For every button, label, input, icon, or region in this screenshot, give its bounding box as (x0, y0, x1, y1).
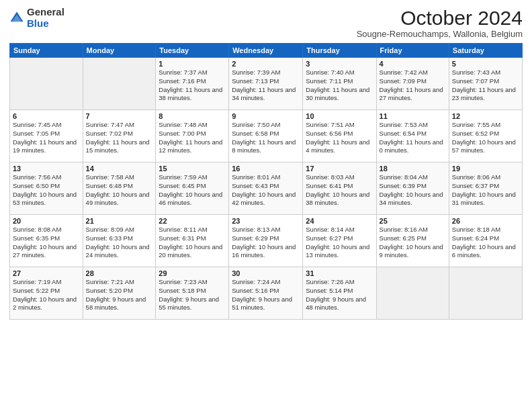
calendar-cell: 14Sunrise: 7:58 AMSunset: 6:48 PMDayligh… (83, 163, 156, 215)
calendar-cell: 6Sunrise: 7:45 AMSunset: 7:05 PMDaylight… (10, 110, 83, 163)
day-info: Sunrise: 7:48 AMSunset: 7:00 PMDaylight:… (159, 121, 226, 155)
day-number: 1 (159, 60, 226, 68)
day-info: Sunrise: 7:40 AMSunset: 7:11 PMDaylight:… (306, 68, 373, 103)
day-number: 25 (380, 217, 446, 225)
calendar-cell: 28Sunrise: 7:21 AMSunset: 5:20 PMDayligh… (83, 267, 156, 320)
day-info: Sunrise: 8:04 AMSunset: 6:39 PMDaylight:… (380, 173, 446, 208)
calendar-cell: 22Sunrise: 8:11 AMSunset: 6:31 PMDayligh… (156, 215, 229, 267)
day-number: 30 (232, 269, 300, 277)
calendar-cell: 18Sunrise: 8:04 AMSunset: 6:39 PMDayligh… (376, 163, 449, 215)
calendar-cell: 24Sunrise: 8:14 AMSunset: 6:27 PMDayligh… (303, 215, 376, 267)
day-info: Sunrise: 8:09 AMSunset: 6:33 PMDaylight:… (86, 226, 153, 260)
calendar-cell: 1Sunrise: 7:37 AMSunset: 7:16 PMDaylight… (156, 58, 229, 110)
location-subtitle: Sougne-Remouchamps, Wallonia, Belgium (357, 29, 523, 39)
day-info: Sunrise: 7:47 AMSunset: 7:02 PMDaylight:… (86, 121, 153, 155)
day-info: Sunrise: 7:19 AMSunset: 5:22 PMDaylight:… (13, 278, 80, 312)
day-info: Sunrise: 8:08 AMSunset: 6:35 PMDaylight:… (13, 226, 80, 260)
logo-icon (9, 11, 24, 26)
day-info: Sunrise: 7:53 AMSunset: 6:54 PMDaylight:… (380, 121, 446, 155)
day-info: Sunrise: 8:01 AMSunset: 6:43 PMDaylight:… (232, 173, 300, 208)
day-number: 2 (232, 60, 300, 68)
day-number: 4 (380, 60, 446, 68)
day-info: Sunrise: 7:45 AMSunset: 7:05 PMDaylight:… (13, 121, 80, 155)
calendar-cell (10, 58, 83, 110)
calendar-cell (83, 58, 156, 110)
day-number: 18 (380, 165, 446, 173)
calendar-cell: 8Sunrise: 7:48 AMSunset: 7:00 PMDaylight… (156, 110, 229, 163)
calendar-cell: 2Sunrise: 7:39 AMSunset: 7:13 PMDaylight… (229, 58, 303, 110)
day-number: 15 (159, 165, 226, 173)
calendar-cell: 11Sunrise: 7:53 AMSunset: 6:54 PMDayligh… (376, 110, 449, 163)
day-info: Sunrise: 7:37 AMSunset: 7:16 PMDaylight:… (159, 68, 226, 103)
day-number: 28 (86, 269, 153, 277)
title-block: October 2024 Sougne-Remouchamps, Walloni… (357, 7, 523, 39)
day-info: Sunrise: 7:26 AMSunset: 5:14 PMDaylight:… (306, 278, 373, 312)
day-number: 22 (159, 217, 226, 225)
calendar-header-row: SundayMondayTuesdayWednesdayThursdayFrid… (10, 44, 523, 58)
calendar-cell: 25Sunrise: 8:16 AMSunset: 6:25 PMDayligh… (376, 215, 449, 267)
calendar-cell: 26Sunrise: 8:18 AMSunset: 6:24 PMDayligh… (449, 215, 522, 267)
logo: General Blue (9, 7, 64, 29)
day-number: 5 (452, 60, 519, 68)
calendar-cell: 20Sunrise: 8:08 AMSunset: 6:35 PMDayligh… (10, 215, 83, 267)
weekday-header-friday: Friday (376, 44, 449, 58)
day-number: 12 (452, 112, 519, 120)
day-number: 8 (159, 112, 226, 120)
calendar-cell: 4Sunrise: 7:42 AMSunset: 7:09 PMDaylight… (376, 58, 449, 110)
weekday-header-sunday: Sunday (10, 44, 83, 58)
calendar-cell: 19Sunrise: 8:06 AMSunset: 6:37 PMDayligh… (449, 163, 522, 215)
calendar-cell: 10Sunrise: 7:51 AMSunset: 6:56 PMDayligh… (303, 110, 376, 163)
day-number: 19 (452, 165, 519, 173)
day-number: 13 (13, 165, 80, 173)
day-info: Sunrise: 7:51 AMSunset: 6:56 PMDaylight:… (306, 121, 373, 155)
day-number: 9 (232, 112, 300, 120)
day-number: 29 (159, 269, 226, 277)
calendar-cell: 9Sunrise: 7:50 AMSunset: 6:58 PMDaylight… (229, 110, 303, 163)
day-number: 7 (86, 112, 153, 120)
day-number: 21 (86, 217, 153, 225)
day-info: Sunrise: 7:59 AMSunset: 6:45 PMDaylight:… (159, 173, 226, 208)
day-info: Sunrise: 7:43 AMSunset: 7:07 PMDaylight:… (452, 68, 519, 103)
day-info: Sunrise: 8:18 AMSunset: 6:24 PMDaylight:… (452, 226, 519, 260)
calendar-cell: 7Sunrise: 7:47 AMSunset: 7:02 PMDaylight… (83, 110, 156, 163)
day-info: Sunrise: 7:21 AMSunset: 5:20 PMDaylight:… (86, 278, 153, 312)
calendar-cell: 3Sunrise: 7:40 AMSunset: 7:11 PMDaylight… (303, 58, 376, 110)
day-number: 16 (232, 165, 300, 173)
day-info: Sunrise: 7:39 AMSunset: 7:13 PMDaylight:… (232, 68, 300, 103)
calendar-week-row: 27Sunrise: 7:19 AMSunset: 5:22 PMDayligh… (10, 267, 523, 320)
day-number: 23 (232, 217, 300, 225)
calendar-cell: 16Sunrise: 8:01 AMSunset: 6:43 PMDayligh… (229, 163, 303, 215)
day-info: Sunrise: 7:55 AMSunset: 6:52 PMDaylight:… (452, 121, 519, 155)
calendar-cell: 15Sunrise: 7:59 AMSunset: 6:45 PMDayligh… (156, 163, 229, 215)
day-info: Sunrise: 7:23 AMSunset: 5:18 PMDaylight:… (159, 278, 226, 312)
weekday-header-wednesday: Wednesday (229, 44, 303, 58)
calendar-cell: 13Sunrise: 7:56 AMSunset: 6:50 PMDayligh… (10, 163, 83, 215)
calendar-cell: 30Sunrise: 7:24 AMSunset: 5:16 PMDayligh… (229, 267, 303, 320)
day-number: 31 (306, 269, 373, 277)
weekday-header-saturday: Saturday (449, 44, 522, 58)
day-number: 24 (306, 217, 373, 225)
day-info: Sunrise: 7:56 AMSunset: 6:50 PMDaylight:… (13, 173, 80, 208)
calendar-cell: 27Sunrise: 7:19 AMSunset: 5:22 PMDayligh… (10, 267, 83, 320)
calendar-week-row: 6Sunrise: 7:45 AMSunset: 7:05 PMDaylight… (10, 110, 523, 163)
day-info: Sunrise: 8:11 AMSunset: 6:31 PMDaylight:… (159, 226, 226, 260)
day-number: 11 (380, 112, 446, 120)
day-info: Sunrise: 8:03 AMSunset: 6:41 PMDaylight:… (306, 173, 373, 208)
calendar-cell (376, 267, 449, 320)
day-number: 10 (306, 112, 373, 120)
day-info: Sunrise: 7:24 AMSunset: 5:16 PMDaylight:… (232, 278, 300, 312)
calendar-cell: 21Sunrise: 8:09 AMSunset: 6:33 PMDayligh… (83, 215, 156, 267)
weekday-header-thursday: Thursday (303, 44, 376, 58)
calendar-cell: 12Sunrise: 7:55 AMSunset: 6:52 PMDayligh… (449, 110, 522, 163)
day-info: Sunrise: 7:58 AMSunset: 6:48 PMDaylight:… (86, 173, 153, 208)
calendar-table: SundayMondayTuesdayWednesdayThursdayFrid… (9, 43, 523, 320)
day-number: 26 (452, 217, 519, 225)
calendar-cell: 23Sunrise: 8:13 AMSunset: 6:29 PMDayligh… (229, 215, 303, 267)
day-info: Sunrise: 7:50 AMSunset: 6:58 PMDaylight:… (232, 121, 300, 155)
day-number: 3 (306, 60, 373, 68)
day-number: 20 (13, 217, 80, 225)
calendar-week-row: 1Sunrise: 7:37 AMSunset: 7:16 PMDaylight… (10, 58, 523, 110)
calendar-cell: 31Sunrise: 7:26 AMSunset: 5:14 PMDayligh… (303, 267, 376, 320)
day-number: 27 (13, 269, 80, 277)
calendar-cell: 29Sunrise: 7:23 AMSunset: 5:18 PMDayligh… (156, 267, 229, 320)
